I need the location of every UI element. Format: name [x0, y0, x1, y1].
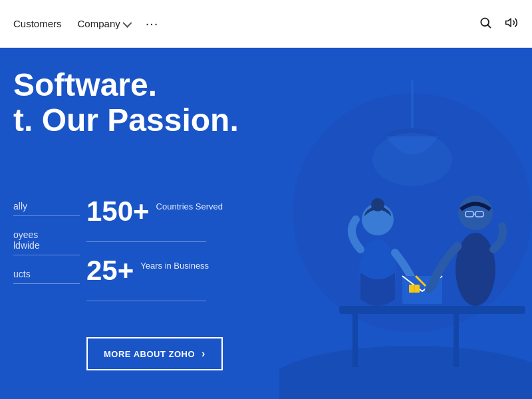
svg-line-1: [487, 24, 491, 27]
search-icon[interactable]: [479, 16, 492, 32]
left-stat-3-divider: [13, 283, 80, 284]
stat-years-number: 25+: [86, 257, 134, 285]
left-stat-3: ucts: [13, 269, 80, 284]
cta-chevron-icon: ›: [201, 348, 205, 360]
svg-marker-2: [506, 19, 511, 27]
chevron-down-icon: [122, 18, 132, 27]
hero-section: Software. t. Our Passion. ally oyeesldwi…: [0, 48, 532, 399]
hero-title-line2: t. Our Passion.: [13, 103, 239, 138]
nav-right: [479, 16, 519, 32]
left-stat-1: ally: [13, 201, 80, 216]
cta-label: MORE ABOUT ZOHO: [104, 349, 195, 359]
svg-rect-10: [454, 314, 459, 367]
megaphone-icon[interactable]: [504, 16, 519, 32]
left-stats: ally oyeesldwide ucts: [13, 201, 80, 297]
left-stat-3-label: ucts: [13, 269, 80, 279]
left-stat-2: oyeesldwide: [13, 229, 80, 255]
hero-title-line1: Software.: [13, 68, 239, 103]
navbar: Customers Company ···: [0, 0, 532, 48]
svg-rect-8: [339, 306, 525, 314]
stat-countries-number: 150+: [86, 198, 150, 225]
stat-divider-2: [86, 301, 206, 301]
left-stat-1-label: ally: [13, 201, 80, 211]
stat-divider-1: [86, 241, 206, 242]
nav-company[interactable]: Company: [78, 18, 130, 29]
stat-years-label: Years in Business: [140, 257, 209, 272]
stat-countries: 150+ Countries Served: [86, 198, 223, 225]
company-label: Company: [78, 18, 120, 29]
nav-left: Customers Company ···: [13, 16, 479, 31]
svg-rect-9: [352, 314, 358, 367]
stat-countries-label: Countries Served: [156, 198, 223, 213]
left-stat-2-label: oyeesldwide: [13, 229, 80, 251]
left-stat-2-divider: [13, 255, 80, 255]
svg-point-21: [425, 285, 433, 293]
nav-more-dots[interactable]: ···: [146, 16, 159, 31]
hero-illustration: [279, 80, 532, 399]
hero-text: Software. t. Our Passion.: [13, 68, 239, 138]
right-stats: 150+ Countries Served 25+ Years in Busin…: [86, 198, 223, 316]
svg-point-13: [371, 198, 384, 211]
cta-button[interactable]: MORE ABOUT ZOHO ›: [86, 337, 223, 370]
svg-point-16: [456, 233, 495, 306]
svg-point-3: [279, 346, 532, 399]
svg-point-7: [372, 133, 452, 186]
nav-customers[interactable]: Customers: [13, 18, 62, 29]
left-stat-1-divider: [13, 215, 80, 216]
stat-years: 25+ Years in Business: [86, 257, 223, 285]
